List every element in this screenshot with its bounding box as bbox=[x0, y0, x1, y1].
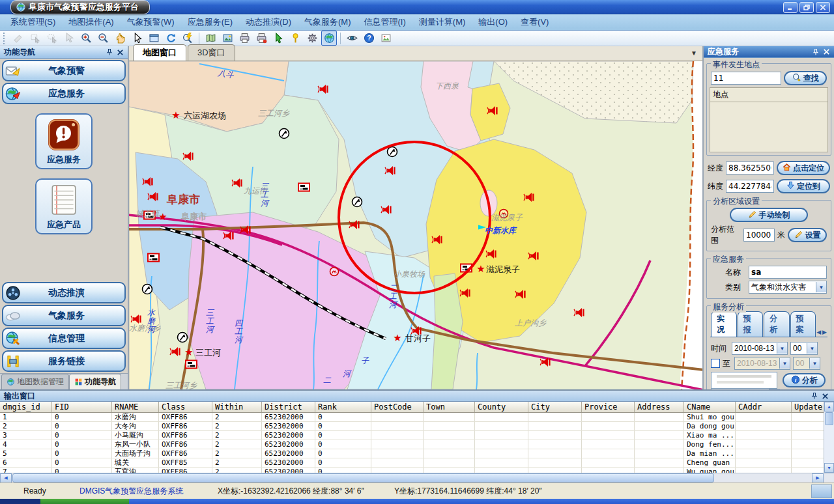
nav-button-应急服务[interactable]: 应急服务 bbox=[35, 113, 93, 169]
close-button[interactable] bbox=[816, 2, 830, 13]
scrollbar-thumb[interactable] bbox=[12, 473, 714, 483]
toolbar-button-zoom-in[interactable] bbox=[78, 31, 94, 46]
column-header[interactable]: CAddr bbox=[736, 402, 792, 412]
close-icon[interactable] bbox=[820, 391, 830, 401]
analyze-button[interactable]: i分析 bbox=[783, 373, 826, 387]
toolbar-button-help[interactable]: ? bbox=[361, 31, 377, 46]
service-type-select[interactable]: 气象和洪水灾害▼ bbox=[749, 281, 827, 294]
element-list[interactable]: 降水空气温度 bbox=[711, 389, 769, 389]
table-row[interactable]: 20大冬沟OXFF8626523020000Da dong gou bbox=[0, 422, 824, 431]
to-checkbox[interactable] bbox=[711, 359, 720, 368]
column-header[interactable]: County bbox=[475, 402, 528, 412]
restore-button[interactable] bbox=[799, 2, 814, 13]
element-item-降水[interactable]: 降水 bbox=[712, 389, 769, 389]
column-header[interactable]: Rank bbox=[315, 402, 371, 412]
column-header[interactable]: PostCode bbox=[371, 402, 424, 412]
table-row[interactable]: 40东风一小队OXFF8626523020000Dong fen... bbox=[0, 440, 824, 449]
table-horizontal-scrollbar[interactable]: ◀ ▶ bbox=[0, 473, 834, 483]
toolbar-button-layers[interactable] bbox=[203, 31, 218, 46]
toolbar-button-pan[interactable] bbox=[112, 31, 128, 46]
nav-group-应急服务[interactable]: 应急服务 bbox=[2, 83, 126, 104]
table-row[interactable]: 60城关OXFF8526523020000Cheng guan bbox=[0, 458, 824, 468]
menu-item-9[interactable]: 查看(V) bbox=[514, 14, 555, 30]
column-header[interactable]: Provice bbox=[582, 402, 635, 412]
manual-draw-button[interactable]: 手动绘制 bbox=[730, 208, 808, 222]
analysis-tab-实况[interactable]: 实况 bbox=[711, 311, 737, 337]
scrollbar-thumb[interactable] bbox=[825, 412, 833, 425]
analysis-tab-预报[interactable]: 预报 bbox=[738, 311, 764, 337]
column-header[interactable]: CName bbox=[684, 402, 736, 412]
table-row[interactable]: 50大面场子沟OXFF8626523020000Da mian ... bbox=[0, 449, 824, 458]
toolbar-button-refresh[interactable] bbox=[163, 31, 179, 46]
map-tab-地图窗口[interactable]: 地图窗口 bbox=[133, 44, 186, 61]
location-list-header[interactable]: 地点 bbox=[710, 87, 828, 102]
nav-group-信息管理[interactable]: 信息管理 bbox=[2, 328, 126, 349]
panel-tab-地图数据管理[interactable]: 地图数据管理 bbox=[1, 374, 69, 389]
nav-button-应急产品[interactable]: 应急产品 bbox=[35, 178, 93, 234]
column-header[interactable]: Class bbox=[159, 402, 212, 412]
table-row[interactable]: 70五官沟OXFF8626523020000Wu guan gou bbox=[0, 468, 824, 473]
find-button[interactable]: 查找 bbox=[784, 71, 827, 85]
chevron-down-icon[interactable]: ▼ bbox=[816, 282, 826, 292]
table-row[interactable]: 10水磨沟OXFF8626523020000Shui mo gou bbox=[0, 413, 824, 422]
nav-group-气象预警[interactable]: 气象预警 bbox=[2, 60, 126, 81]
range-input[interactable] bbox=[743, 229, 775, 242]
menu-item-1[interactable]: 地图操作(A) bbox=[62, 14, 120, 30]
toolbar-grip[interactable] bbox=[3, 33, 8, 44]
analysis-tab-预案[interactable]: 预案 bbox=[790, 311, 816, 337]
minimize-button[interactable] bbox=[783, 2, 798, 13]
menu-item-2[interactable]: 气象预警(W) bbox=[121, 14, 181, 30]
toolbar-button-print-copy[interactable] bbox=[253, 31, 269, 46]
map-canvas[interactable]: ★★★★★ 六运湖农场三工河乡下西泉阜康市城关镇阜康市九运街滋泥泉子中新水库小泉… bbox=[129, 61, 702, 389]
start-button-edge[interactable] bbox=[40, 499, 129, 504]
set-button[interactable]: 设置 bbox=[788, 228, 827, 242]
toolbar-button-visibility[interactable] bbox=[344, 31, 360, 46]
element-list-scrollbar[interactable]: ▲ ▼ bbox=[769, 389, 780, 389]
close-icon[interactable] bbox=[115, 48, 125, 57]
column-header[interactable]: FID bbox=[52, 402, 112, 412]
menu-item-6[interactable]: 信息管理(I) bbox=[358, 14, 412, 30]
pin-icon[interactable] bbox=[104, 48, 115, 57]
toolbar-button-pointer-green[interactable] bbox=[270, 31, 286, 46]
column-header[interactable]: RNAME bbox=[112, 402, 159, 412]
latitude-input[interactable] bbox=[726, 180, 774, 193]
close-icon[interactable] bbox=[821, 47, 831, 57]
table-row[interactable]: 30小马厩沟OXFF8626523020000Xiao ma ... bbox=[0, 431, 824, 440]
column-header[interactable]: dmgis_id bbox=[0, 402, 52, 412]
menu-item-3[interactable]: 应急服务(E) bbox=[181, 14, 239, 30]
locate-to-button[interactable]: 定位到 bbox=[777, 179, 830, 193]
nav-group-气象服务[interactable]: 气象服务 bbox=[2, 305, 126, 326]
tab-list-dropdown-icon[interactable]: ▼ bbox=[691, 49, 697, 57]
pin-icon[interactable] bbox=[809, 391, 820, 401]
nav-group-动态推演[interactable]: 动态推演 bbox=[2, 282, 126, 303]
menu-item-7[interactable]: 测量计算(M) bbox=[412, 14, 472, 30]
column-header[interactable]: City bbox=[528, 402, 582, 412]
menu-item-0[interactable]: 系统管理(S) bbox=[4, 14, 62, 30]
column-header[interactable]: Update bbox=[792, 402, 824, 412]
toolbar-button-export-image[interactable] bbox=[220, 31, 235, 46]
toolbar-button-zoom-out[interactable] bbox=[95, 31, 111, 46]
toolbar-button-print[interactable] bbox=[237, 31, 252, 46]
menu-item-5[interactable]: 气象服务(M) bbox=[298, 14, 358, 30]
toolbar-button-pointer[interactable] bbox=[129, 31, 145, 46]
longitude-input[interactable] bbox=[726, 161, 774, 175]
date-select[interactable]: 2010-08-13▼ bbox=[732, 342, 788, 355]
menu-item-8[interactable]: 输出(O) bbox=[472, 14, 514, 30]
toolbar-button-extent[interactable] bbox=[146, 31, 162, 46]
toolbar-button-globe[interactable] bbox=[321, 31, 337, 46]
pin-icon[interactable] bbox=[811, 47, 821, 57]
toolbar-button-settings[interactable] bbox=[304, 31, 320, 46]
tab-scroll-arrows[interactable]: ◀▶ bbox=[816, 329, 827, 337]
nav-group-服务链接[interactable]: 服务链接 bbox=[2, 350, 126, 372]
click-locate-button[interactable]: 点击定位 bbox=[777, 161, 830, 175]
column-header[interactable]: District bbox=[262, 402, 315, 412]
map-tab-3D窗口[interactable]: 3D窗口 bbox=[188, 44, 235, 61]
toolbar-button-zoom-query[interactable] bbox=[180, 31, 195, 46]
toolbar-button-place-marker[interactable] bbox=[287, 31, 303, 46]
column-header[interactable]: Within bbox=[212, 402, 262, 412]
menu-item-4[interactable]: 动态推演(D) bbox=[239, 14, 298, 30]
location-list[interactable] bbox=[710, 102, 828, 152]
column-header[interactable]: Town bbox=[424, 402, 475, 412]
service-name-input[interactable] bbox=[749, 266, 827, 279]
analysis-tab-分析[interactable]: 分析 bbox=[764, 311, 790, 337]
